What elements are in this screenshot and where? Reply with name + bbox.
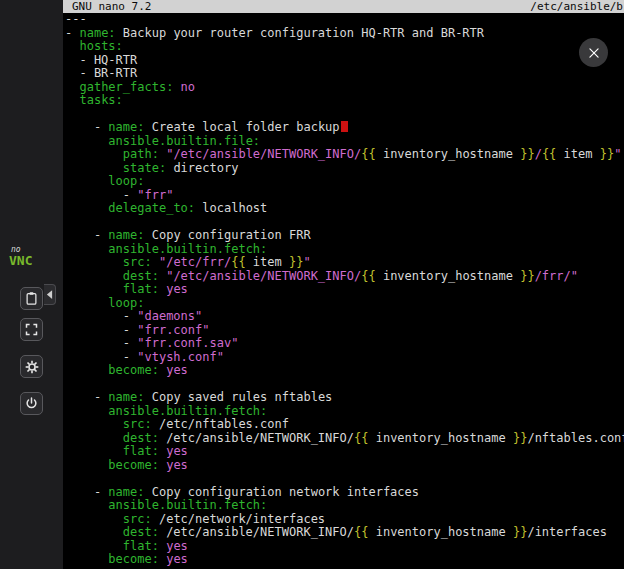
editor-line: tasks: — [65, 94, 624, 108]
desktop: no VNC — [0, 0, 624, 569]
novnc-logo-vnc: VNC — [9, 254, 51, 267]
editor-line: - name: Copy saved rules nftables — [65, 391, 624, 405]
editor-line: ansible.builtin.fetch: — [65, 405, 624, 419]
chevron-left-icon — [46, 289, 53, 300]
editor-line: ansible.builtin.file: — [65, 135, 624, 149]
settings-button[interactable] — [20, 355, 43, 378]
vnc-side-panel: no VNC — [0, 0, 63, 569]
close-icon — [587, 46, 601, 60]
editor-line — [65, 108, 624, 122]
text-cursor — [341, 121, 348, 132]
nano-title-bar: GNU nano 7.2 /etc/ansible/b — [63, 0, 624, 13]
fullscreen-icon — [24, 322, 39, 337]
editor-line: --- — [65, 13, 624, 27]
clipboard-button[interactable] — [20, 287, 43, 310]
editor-line — [65, 378, 624, 392]
editor-line: dest: "/etc/ansible/NETWORK_INFO/{{ inve… — [65, 270, 624, 284]
fullscreen-button[interactable] — [20, 318, 43, 341]
editor-line: - name: Backup your router configuration… — [65, 27, 624, 41]
editor-line: become: yes — [65, 364, 624, 378]
power-button[interactable] — [20, 392, 43, 415]
gear-icon — [24, 359, 40, 375]
editor-line: - "frr" — [65, 189, 624, 203]
editor-line: hosts: — [65, 40, 624, 54]
editor-line: flat: yes — [65, 540, 624, 554]
novnc-logo: no VNC — [9, 246, 51, 267]
editor-line: become: yes — [65, 459, 624, 473]
editor-line: path: "/etc/ansible/NETWORK_INFO/{{ inve… — [65, 148, 624, 162]
editor-line: flat: yes — [65, 283, 624, 297]
editor-line: dest: /etc/ansible/NETWORK_INFO/{{ inven… — [65, 526, 624, 540]
editor-body[interactable]: ---- name: Backup your router configurat… — [63, 13, 624, 567]
editor-line: loop: — [65, 175, 624, 189]
editor-line: dest: /etc/ansible/NETWORK_INFO/{{ inven… — [65, 432, 624, 446]
panel-collapse-handle[interactable] — [44, 284, 56, 305]
editor-line — [65, 472, 624, 486]
editor-line: loop: — [65, 297, 624, 311]
editor-line: - "frr.conf.sav" — [65, 337, 624, 351]
editor-line: - name: Copy configuration FRR — [65, 229, 624, 243]
clipboard-icon — [24, 291, 39, 306]
editor-line: - BR-RTR — [65, 67, 624, 81]
editor-line: state: directory — [65, 162, 624, 176]
editor-line: - name: Create local folder backup — [65, 121, 624, 135]
editor-line: gather_facts: no — [65, 81, 624, 95]
nano-file-path: /etc/ansible/b — [530, 0, 623, 13]
close-button[interactable] — [579, 38, 608, 67]
terminal-window[interactable]: GNU nano 7.2 /etc/ansible/b ---- name: B… — [63, 0, 624, 569]
editor-line: src: /etc/network/interfaces — [65, 513, 624, 527]
editor-line: src: "/etc/frr/{{ item }}" — [65, 256, 624, 270]
editor-line: become: yes — [65, 553, 624, 567]
editor-line: - "vtysh.conf" — [65, 351, 624, 365]
editor-line: ansible.builtin.fetch: — [65, 499, 624, 513]
editor-line: - name: Copy configuration network inter… — [65, 486, 624, 500]
power-icon — [24, 396, 39, 411]
editor-line: - "frr.conf" — [65, 324, 624, 338]
editor-line: flat: yes — [65, 445, 624, 459]
editor-line: ansible.builtin.fetch: — [65, 243, 624, 257]
editor-line: - "daemons" — [65, 310, 624, 324]
editor-line — [65, 216, 624, 230]
editor-line: delegate_to: localhost — [65, 202, 624, 216]
editor-line: - HQ-RTR — [65, 54, 624, 68]
editor-line: src: /etc/nftables.conf — [65, 418, 624, 432]
